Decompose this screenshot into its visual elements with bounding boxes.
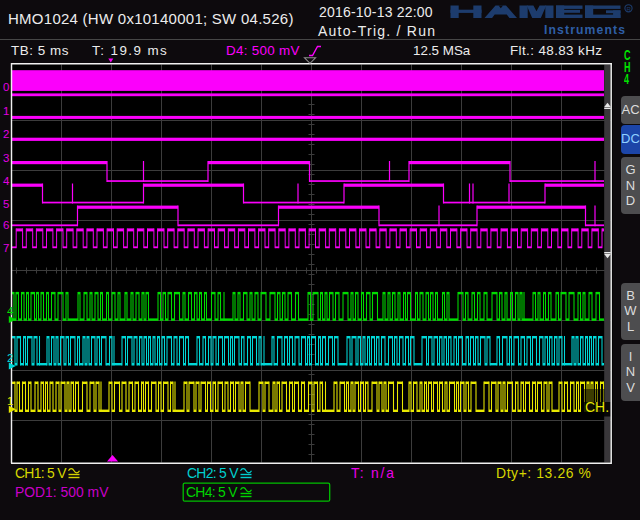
svg-text:7: 7 (3, 242, 9, 254)
svg-text:Instruments: Instruments (544, 23, 625, 37)
svg-text:0: 0 (3, 81, 9, 93)
svg-text:1: 1 (3, 105, 9, 117)
svg-text:2: 2 (3, 128, 9, 140)
svg-text:3: 3 (3, 152, 9, 164)
svg-text:6: 6 (3, 219, 9, 231)
svg-text:2: 2 (7, 352, 13, 364)
svg-text:5: 5 (3, 198, 9, 210)
svg-text:R: R (626, 6, 631, 12)
svg-text:1: 1 (7, 395, 13, 407)
svg-text:4: 4 (7, 305, 14, 317)
svg-text:CH.: CH. (585, 399, 609, 415)
svg-text:4: 4 (3, 175, 10, 187)
